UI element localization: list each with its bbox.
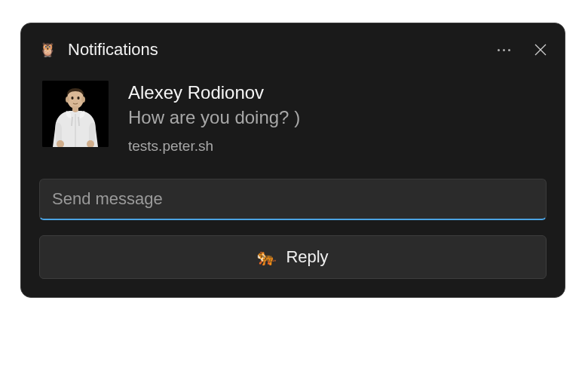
reply-button-label: Reply — [286, 247, 328, 267]
message-input[interactable] — [39, 179, 547, 220]
sender-name: Alexey Rodionov — [128, 82, 300, 103]
svg-line-9 — [72, 117, 72, 126]
svg-point-7 — [77, 97, 79, 100]
svg-point-4 — [66, 97, 69, 103]
sender-avatar — [42, 81, 109, 147]
header-title: Notifications — [68, 40, 158, 60]
notification-body: Alexey Rodionov How are you doing? ) tes… — [39, 81, 547, 155]
notification-header: 🦉 Notifications — [39, 40, 547, 60]
reply-icon: 🐅 — [257, 248, 275, 266]
reply-input-row — [39, 179, 547, 220]
svg-point-6 — [71, 97, 73, 100]
header-actions — [495, 44, 547, 56]
close-icon[interactable] — [534, 44, 547, 56]
header-left: 🦉 Notifications — [39, 40, 158, 60]
svg-point-5 — [81, 97, 85, 103]
more-icon[interactable] — [495, 46, 513, 54]
message-preview: How are you doing? ) — [128, 107, 300, 128]
app-icon: 🦉 — [39, 41, 56, 58]
notification-source: tests.peter.sh — [128, 138, 300, 155]
reply-button[interactable]: 🐅 Reply — [39, 235, 547, 279]
notification-text: Alexey Rodionov How are you doing? ) tes… — [128, 81, 300, 155]
svg-line-10 — [78, 117, 79, 126]
notification-toast: 🦉 Notifications — [20, 23, 565, 298]
svg-rect-8 — [72, 106, 78, 112]
